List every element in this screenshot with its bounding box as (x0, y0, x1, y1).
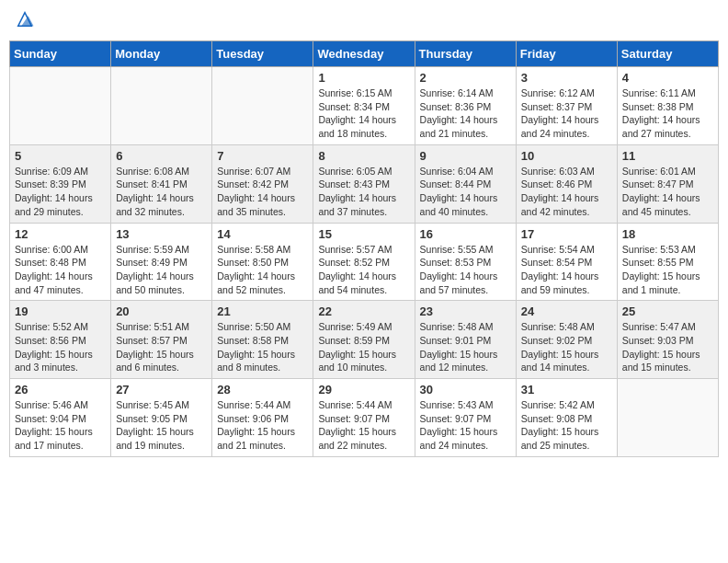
day-number: 5 (15, 149, 106, 163)
day-info: Sunrise: 5:50 AMSunset: 8:58 PMDaylight:… (217, 320, 308, 374)
week-row-2: 5Sunrise: 6:09 AMSunset: 8:39 PMDaylight… (10, 144, 719, 223)
day-info: Sunrise: 6:04 AMSunset: 8:44 PMDaylight:… (420, 165, 511, 219)
day-info: Sunrise: 6:07 AMSunset: 8:42 PMDaylight:… (217, 165, 308, 219)
day-info: Sunrise: 5:42 AMSunset: 9:08 PMDaylight:… (521, 398, 612, 453)
day-info: Sunrise: 6:03 AMSunset: 8:46 PMDaylight:… (521, 165, 612, 219)
day-cell-28: 28Sunrise: 5:44 AMSunset: 9:06 PMDayligh… (212, 379, 313, 457)
page-header (9, 9, 719, 33)
week-row-1: 1Sunrise: 6:15 AMSunset: 8:34 PMDaylight… (10, 67, 719, 145)
weekday-header-sunday: Sunday (10, 41, 111, 67)
day-info: Sunrise: 5:53 AMSunset: 8:55 PMDaylight:… (622, 243, 713, 297)
day-cell-17: 17Sunrise: 5:54 AMSunset: 8:54 PMDayligh… (516, 223, 617, 301)
day-info: Sunrise: 5:43 AMSunset: 9:07 PMDaylight:… (420, 398, 511, 453)
day-info: Sunrise: 5:46 AMSunset: 9:04 PMDaylight:… (15, 398, 106, 453)
day-number: 3 (521, 71, 612, 85)
day-cell-8: 8Sunrise: 6:05 AMSunset: 8:43 PMDaylight… (313, 144, 415, 223)
day-cell-24: 24Sunrise: 5:48 AMSunset: 9:02 PMDayligh… (516, 301, 617, 379)
day-cell-11: 11Sunrise: 6:01 AMSunset: 8:47 PMDayligh… (617, 144, 718, 223)
day-info: Sunrise: 6:09 AMSunset: 8:39 PMDaylight:… (15, 165, 106, 219)
day-cell-7: 7Sunrise: 6:07 AMSunset: 8:42 PMDaylight… (212, 144, 313, 223)
day-number: 28 (217, 383, 308, 396)
weekday-header-tuesday: Tuesday (212, 41, 313, 67)
day-number: 11 (622, 149, 713, 163)
day-cell-14: 14Sunrise: 5:58 AMSunset: 8:50 PMDayligh… (212, 223, 313, 301)
day-info: Sunrise: 5:44 AMSunset: 9:06 PMDaylight:… (217, 398, 308, 453)
day-cell-16: 16Sunrise: 5:55 AMSunset: 8:53 PMDayligh… (415, 223, 516, 301)
day-cell-30: 30Sunrise: 5:43 AMSunset: 9:07 PMDayligh… (415, 379, 516, 457)
day-number: 25 (622, 304, 713, 318)
day-number: 22 (318, 304, 409, 318)
day-number: 17 (521, 227, 612, 241)
day-number: 23 (420, 304, 511, 318)
day-number: 26 (15, 383, 106, 396)
day-number: 13 (116, 227, 207, 241)
day-info: Sunrise: 5:47 AMSunset: 9:03 PMDaylight:… (622, 320, 713, 374)
svg-marker-1 (21, 16, 33, 26)
day-number: 21 (217, 304, 308, 318)
day-number: 12 (15, 227, 106, 241)
day-cell-19: 19Sunrise: 5:52 AMSunset: 8:56 PMDayligh… (10, 301, 111, 379)
day-cell-20: 20Sunrise: 5:51 AMSunset: 8:57 PMDayligh… (111, 301, 212, 379)
day-number: 30 (420, 383, 511, 396)
day-cell-26: 26Sunrise: 5:46 AMSunset: 9:04 PMDayligh… (10, 379, 111, 457)
day-cell-23: 23Sunrise: 5:48 AMSunset: 9:01 PMDayligh… (415, 301, 516, 379)
day-cell-25: 25Sunrise: 5:47 AMSunset: 9:03 PMDayligh… (617, 301, 718, 379)
empty-cell (10, 67, 111, 145)
day-cell-2: 2Sunrise: 6:14 AMSunset: 8:36 PMDaylight… (415, 67, 516, 145)
day-info: Sunrise: 5:48 AMSunset: 9:01 PMDaylight:… (420, 320, 511, 374)
day-number: 10 (521, 149, 612, 163)
day-number: 16 (420, 227, 511, 241)
day-number: 6 (116, 149, 207, 163)
day-info: Sunrise: 6:12 AMSunset: 8:37 PMDaylight:… (521, 86, 612, 141)
day-number: 8 (318, 149, 409, 163)
day-info: Sunrise: 5:49 AMSunset: 8:59 PMDaylight:… (318, 320, 409, 374)
week-row-4: 19Sunrise: 5:52 AMSunset: 8:56 PMDayligh… (10, 301, 719, 379)
logo-icon (15, 9, 35, 29)
weekday-header-friday: Friday (516, 41, 617, 67)
day-number: 14 (217, 227, 308, 241)
calendar-table: SundayMondayTuesdayWednesdayThursdayFrid… (9, 40, 719, 457)
day-number: 20 (116, 304, 207, 318)
day-number: 18 (622, 227, 713, 241)
day-cell-27: 27Sunrise: 5:45 AMSunset: 9:05 PMDayligh… (111, 379, 212, 457)
day-info: Sunrise: 5:44 AMSunset: 9:07 PMDaylight:… (318, 398, 409, 453)
empty-cell (617, 379, 718, 457)
day-info: Sunrise: 5:48 AMSunset: 9:02 PMDaylight:… (521, 320, 612, 374)
day-cell-31: 31Sunrise: 5:42 AMSunset: 9:08 PMDayligh… (516, 379, 617, 457)
day-cell-3: 3Sunrise: 6:12 AMSunset: 8:37 PMDaylight… (516, 67, 617, 145)
weekday-header-saturday: Saturday (617, 41, 718, 67)
day-cell-18: 18Sunrise: 5:53 AMSunset: 8:55 PMDayligh… (617, 223, 718, 301)
day-cell-5: 5Sunrise: 6:09 AMSunset: 8:39 PMDaylight… (10, 144, 111, 223)
day-info: Sunrise: 6:01 AMSunset: 8:47 PMDaylight:… (622, 165, 713, 219)
day-number: 27 (116, 383, 207, 396)
empty-cell (111, 67, 212, 145)
weekday-header-wednesday: Wednesday (313, 41, 415, 67)
day-cell-6: 6Sunrise: 6:08 AMSunset: 8:41 PMDaylight… (111, 144, 212, 223)
day-number: 9 (420, 149, 511, 163)
day-cell-15: 15Sunrise: 5:57 AMSunset: 8:52 PMDayligh… (313, 223, 415, 301)
week-row-5: 26Sunrise: 5:46 AMSunset: 9:04 PMDayligh… (10, 379, 719, 457)
day-cell-4: 4Sunrise: 6:11 AMSunset: 8:38 PMDaylight… (617, 67, 718, 145)
day-info: Sunrise: 6:08 AMSunset: 8:41 PMDaylight:… (116, 165, 207, 219)
day-number: 31 (521, 383, 612, 396)
day-number: 4 (622, 71, 713, 85)
day-cell-29: 29Sunrise: 5:44 AMSunset: 9:07 PMDayligh… (313, 379, 415, 457)
day-cell-13: 13Sunrise: 5:59 AMSunset: 8:49 PMDayligh… (111, 223, 212, 301)
day-cell-22: 22Sunrise: 5:49 AMSunset: 8:59 PMDayligh… (313, 301, 415, 379)
day-info: Sunrise: 5:45 AMSunset: 9:05 PMDaylight:… (116, 398, 207, 453)
day-info: Sunrise: 5:55 AMSunset: 8:53 PMDaylight:… (420, 243, 511, 297)
day-info: Sunrise: 5:52 AMSunset: 8:56 PMDaylight:… (15, 320, 106, 374)
day-number: 15 (318, 227, 409, 241)
week-row-3: 12Sunrise: 6:00 AMSunset: 8:48 PMDayligh… (10, 223, 719, 301)
day-number: 1 (318, 71, 409, 85)
day-cell-10: 10Sunrise: 6:03 AMSunset: 8:46 PMDayligh… (516, 144, 617, 223)
empty-cell (212, 67, 313, 145)
day-info: Sunrise: 6:15 AMSunset: 8:34 PMDaylight:… (318, 86, 409, 141)
day-cell-1: 1Sunrise: 6:15 AMSunset: 8:34 PMDaylight… (313, 67, 415, 145)
day-info: Sunrise: 5:59 AMSunset: 8:49 PMDaylight:… (116, 243, 207, 297)
day-number: 29 (318, 383, 409, 396)
day-number: 2 (420, 71, 511, 85)
day-info: Sunrise: 6:11 AMSunset: 8:38 PMDaylight:… (622, 86, 713, 141)
weekday-header-thursday: Thursday (415, 41, 516, 67)
day-info: Sunrise: 5:58 AMSunset: 8:50 PMDaylight:… (217, 243, 308, 297)
